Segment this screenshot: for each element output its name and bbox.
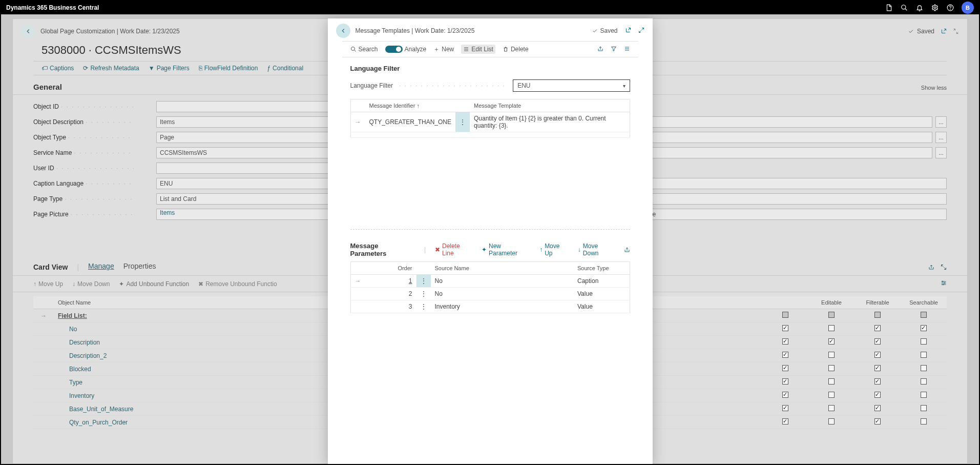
language-filter-select[interactable]: ENU ▾ bbox=[513, 79, 630, 92]
ck[interactable] bbox=[782, 365, 788, 371]
toolbar-flowfield[interactable]: ⎘FlowField Definition bbox=[199, 65, 258, 72]
td-order[interactable]: 1 bbox=[409, 277, 412, 285]
toggle-icon[interactable] bbox=[385, 46, 403, 53]
ck[interactable] bbox=[874, 418, 881, 424]
list-icon[interactable] bbox=[624, 46, 630, 53]
delete-button[interactable]: Delete bbox=[503, 46, 529, 53]
ck[interactable] bbox=[828, 338, 835, 345]
help-icon[interactable] bbox=[946, 4, 954, 12]
ck[interactable] bbox=[782, 325, 788, 331]
ck[interactable] bbox=[828, 405, 835, 411]
ck[interactable] bbox=[782, 352, 788, 358]
ck[interactable] bbox=[782, 392, 788, 398]
tab-manage[interactable]: Manage bbox=[88, 262, 114, 272]
td-order[interactable]: 2 bbox=[365, 288, 416, 300]
modal-expand-icon[interactable] bbox=[638, 27, 644, 35]
row-options[interactable]: ⋮ bbox=[416, 288, 431, 300]
ck[interactable] bbox=[874, 365, 881, 371]
search-icon[interactable] bbox=[900, 4, 908, 12]
row-options[interactable]: ⋮ bbox=[416, 275, 431, 288]
ck[interactable] bbox=[828, 365, 835, 371]
share-icon[interactable] bbox=[624, 247, 630, 253]
ck[interactable] bbox=[828, 378, 835, 385]
td-source-type[interactable]: Value bbox=[573, 288, 630, 300]
fld-item-image[interactable] bbox=[623, 209, 947, 220]
doc-icon[interactable] bbox=[885, 4, 893, 12]
search-button[interactable]: Search bbox=[350, 46, 378, 53]
movedown[interactable]: ↓ Move Down bbox=[578, 242, 615, 257]
fld-r4b[interactable] bbox=[623, 178, 947, 189]
td-source-name[interactable]: Inventory bbox=[431, 300, 574, 313]
new-button[interactable]: ＋New bbox=[433, 45, 454, 54]
delete-line[interactable]: ✖ Delete Line bbox=[435, 242, 472, 257]
bell-icon[interactable] bbox=[915, 4, 924, 12]
fld-r3[interactable] bbox=[623, 147, 933, 158]
td-order[interactable]: 3 bbox=[365, 300, 416, 313]
popout-icon[interactable] bbox=[941, 28, 947, 34]
fld-r2[interactable] bbox=[623, 132, 933, 143]
row-arrow[interactable]: → bbox=[350, 112, 365, 132]
back-button-bg[interactable] bbox=[21, 24, 35, 38]
td-msg-template[interactable]: Quantity of Item {1} {2} is greater than… bbox=[470, 112, 630, 132]
gear-icon[interactable] bbox=[931, 4, 939, 12]
ck[interactable] bbox=[828, 392, 835, 398]
collapse-icon[interactable] bbox=[953, 28, 959, 34]
movedown[interactable]: ↓ Move Down bbox=[72, 280, 110, 288]
fld-r5[interactable] bbox=[623, 193, 947, 205]
moveup[interactable]: ↑ Move Up bbox=[539, 242, 569, 257]
new-parameter[interactable]: ✦ New Parameter bbox=[482, 242, 530, 257]
filter-icon[interactable] bbox=[611, 46, 617, 53]
analyze-toggle[interactable]: Analyze bbox=[385, 46, 427, 53]
editlist-button[interactable]: Edit List bbox=[461, 45, 495, 54]
ck[interactable] bbox=[874, 338, 881, 345]
share-icon[interactable] bbox=[928, 264, 934, 270]
ck[interactable] bbox=[782, 418, 788, 424]
td-source-type[interactable]: Caption bbox=[573, 275, 630, 288]
row-options[interactable]: ⋮ bbox=[455, 112, 470, 132]
row-arrow[interactable]: → bbox=[33, 309, 54, 322]
ck[interactable] bbox=[874, 392, 881, 398]
showless[interactable]: Show less bbox=[921, 85, 947, 91]
ck[interactable] bbox=[782, 338, 788, 345]
td-source-type[interactable]: Value bbox=[573, 300, 630, 313]
toolbar-refresh[interactable]: ⟳Refresh Metadata bbox=[83, 65, 139, 72]
expand-icon[interactable] bbox=[941, 264, 947, 270]
remove-unbound[interactable]: ✖ Remove Unbound Functio bbox=[198, 280, 277, 288]
th-msg-id[interactable]: Message Identifier ↑ bbox=[365, 99, 455, 112]
row-arrow[interactable]: → bbox=[350, 275, 365, 288]
ck[interactable] bbox=[921, 365, 927, 371]
moveup[interactable]: ↑ Move Up bbox=[33, 280, 63, 288]
settings-icon[interactable] bbox=[941, 280, 947, 286]
fieldlist[interactable]: Field List: bbox=[58, 312, 87, 319]
td-msg-id[interactable]: QTY_GREATER_THAN_ONE bbox=[365, 112, 455, 132]
toolbar-captions[interactable]: 🏷Captions bbox=[41, 65, 74, 72]
ck[interactable] bbox=[828, 325, 835, 331]
ck[interactable] bbox=[921, 352, 927, 358]
share-icon[interactable] bbox=[597, 46, 603, 53]
ck[interactable] bbox=[782, 405, 788, 411]
ck[interactable] bbox=[874, 405, 881, 411]
tab-properties[interactable]: Properties bbox=[123, 262, 156, 272]
ck[interactable] bbox=[921, 325, 927, 331]
ck[interactable] bbox=[921, 392, 927, 398]
back-button[interactable] bbox=[336, 24, 350, 38]
fld-r3-more[interactable]: … bbox=[935, 147, 947, 158]
fld-r1[interactable] bbox=[623, 116, 933, 128]
avatar[interactable]: B bbox=[962, 2, 974, 14]
ck[interactable] bbox=[828, 418, 835, 424]
toolbar-filters[interactable]: ▼Page Filters bbox=[149, 65, 190, 72]
ck[interactable] bbox=[874, 378, 881, 385]
ck[interactable] bbox=[782, 378, 788, 385]
td-source-name[interactable]: No bbox=[431, 288, 574, 300]
row-options[interactable]: ⋮ bbox=[416, 300, 431, 313]
ck[interactable] bbox=[921, 338, 927, 345]
modal-popout-icon[interactable] bbox=[625, 27, 631, 35]
td-source-name[interactable]: No bbox=[431, 275, 574, 288]
toolbar-conditional[interactable]: ƒConditional bbox=[267, 65, 303, 72]
fld-r1-more[interactable]: … bbox=[935, 116, 947, 128]
ck[interactable] bbox=[921, 405, 927, 411]
fld-r2-more[interactable]: … bbox=[935, 132, 947, 143]
ck[interactable] bbox=[828, 352, 835, 358]
ck[interactable] bbox=[921, 378, 927, 385]
ck[interactable] bbox=[874, 325, 881, 331]
